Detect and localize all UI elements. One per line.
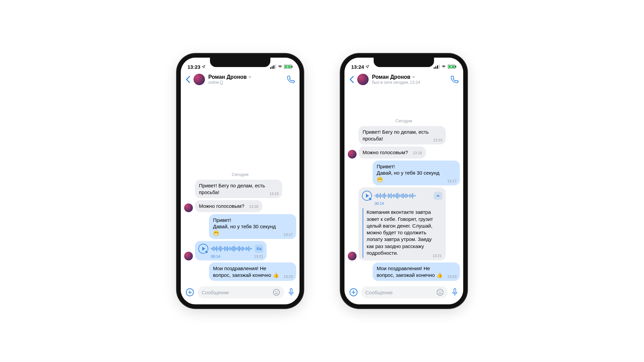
avatar[interactable] <box>184 252 193 260</box>
attach-button[interactable] <box>185 288 194 297</box>
chat-title-block[interactable]: Роман Дронов online <box>208 74 283 85</box>
message-time: 13:16 <box>413 151 422 155</box>
call-button[interactable] <box>287 75 295 83</box>
svg-point-12 <box>277 291 277 292</box>
chat-contact-status: был в сети сегодня, 13:24 <box>372 80 420 85</box>
message-time: 13:17 <box>447 179 457 183</box>
input-bar: Сообщение <box>344 283 463 304</box>
message-bubble-outgoing[interactable]: Привет! Давай, но у тебя 30 секунд 😁 13:… <box>209 214 296 239</box>
chevron-down-icon <box>248 75 252 79</box>
svg-rect-0 <box>270 67 271 69</box>
message-text: Мои поздравления! Не вопрос, заезжай кон… <box>377 265 456 278</box>
date-separator: Сегодня <box>184 172 296 177</box>
voice-collapse-button[interactable] <box>434 192 442 200</box>
message-text: Можно голосовым? <box>199 203 245 209</box>
svg-rect-14 <box>434 67 435 69</box>
avatar[interactable] <box>357 74 369 85</box>
message-time: 13:16 <box>249 204 259 208</box>
waveform[interactable] <box>211 245 252 252</box>
message-time: 13:21 <box>432 254 442 258</box>
play-button[interactable] <box>198 244 208 254</box>
back-button[interactable] <box>185 76 190 83</box>
message-row: Мои поздравления! Не вопрос, заезжай кон… <box>184 262 296 281</box>
battery-icon <box>448 65 457 69</box>
svg-rect-6 <box>292 66 292 68</box>
voice-duration: 00:14 <box>211 254 220 258</box>
emoji-icon[interactable] <box>436 289 444 296</box>
message-bubble-outgoing[interactable]: Мои поздравления! Не вопрос, заезжай кон… <box>209 262 296 281</box>
message-time: 13:15 <box>269 191 279 196</box>
voice-message-bubble[interactable]: Аа 00:14 13:21 <box>195 241 267 260</box>
phone-mockup-right: 13:24 Роман Дронов был в сети сегодня <box>340 54 467 308</box>
message-row: 00:14 Компания вконтакте завтра зовет к … <box>348 187 460 260</box>
signal-icon <box>270 65 276 69</box>
voice-message-bubble-expanded[interactable]: 00:14 Компания вконтакте завтра зовет к … <box>359 187 446 260</box>
back-button[interactable] <box>349 76 354 83</box>
wifi-icon <box>277 65 283 69</box>
attach-button[interactable] <box>349 288 358 297</box>
svg-rect-1 <box>272 66 273 69</box>
message-bubble-incoming[interactable]: Можно голосовым? 13:16 <box>195 200 262 212</box>
svg-point-22 <box>437 289 443 295</box>
battery-icon <box>284 65 293 69</box>
phone-notch <box>374 58 434 67</box>
voice-record-button[interactable] <box>451 288 459 297</box>
chat-contact-name: Роман Дронов <box>372 74 411 80</box>
svg-rect-20 <box>455 66 456 68</box>
message-row: Аа 00:14 13:21 <box>184 241 296 260</box>
input-placeholder: Сообщение <box>202 290 229 295</box>
message-list[interactable]: Сегодня Привет! Бегу по делам, есть прос… <box>344 88 463 283</box>
message-row: Можно голосовым? 13:16 <box>348 146 460 159</box>
phone-mockup-left: 13:23 Роман Дронов online <box>177 54 304 308</box>
voice-record-button[interactable] <box>287 288 295 297</box>
avatar[interactable] <box>184 203 193 212</box>
mobile-icon <box>220 81 223 84</box>
signal-icon <box>434 65 440 69</box>
message-time: 13:23 <box>447 274 457 279</box>
message-row: Привет! Давай, но у тебя 30 секунд 😁 13:… <box>184 214 296 239</box>
message-bubble-outgoing[interactable]: Привет! Давай, но у тебя 30 секунд 😁 13:… <box>373 161 460 186</box>
waveform[interactable] <box>375 192 431 199</box>
svg-rect-25 <box>454 289 456 293</box>
message-row: Привет! Бегу по делам, есть просьба! 13:… <box>184 180 296 198</box>
svg-rect-16 <box>437 65 438 69</box>
svg-rect-13 <box>290 289 292 293</box>
message-bubble-outgoing[interactable]: Мои поздравления! Не вопрос, заезжай кон… <box>373 262 460 281</box>
message-text: Привет! Бегу по делам, есть просьба! <box>363 129 442 142</box>
avatar[interactable] <box>348 150 357 159</box>
svg-point-8 <box>221 83 221 84</box>
svg-point-23 <box>439 291 439 292</box>
date-separator: Сегодня <box>348 118 460 123</box>
voice-transcribe-button[interactable]: Аа <box>255 245 263 253</box>
message-bubble-incoming[interactable]: Привет! Бегу по делам, есть просьба! 13:… <box>195 180 282 198</box>
message-bubble-incoming[interactable]: Привет! Бегу по делам, есть просьба! 13:… <box>359 126 446 144</box>
avatar[interactable] <box>194 74 205 85</box>
chat-header: Роман Дронов online <box>181 71 300 88</box>
chevron-up-icon <box>436 194 440 198</box>
message-input[interactable]: Сообщение <box>361 286 448 298</box>
play-button[interactable] <box>362 191 372 201</box>
message-text: Привет! Давай, но у тебя 30 секунд 😁 <box>377 163 456 183</box>
message-text: Привет! Давай, но у тебя 30 секунд 😁 <box>213 217 292 237</box>
message-input[interactable]: Сообщение <box>198 286 284 298</box>
svg-rect-2 <box>273 65 274 69</box>
message-text: Можно голосовым? <box>363 149 408 155</box>
avatar[interactable] <box>348 252 357 260</box>
svg-rect-3 <box>275 65 276 69</box>
message-list[interactable]: Сегодня Привет! Бегу по делам, есть прос… <box>181 88 300 283</box>
message-row: Можно голосовым? 13:16 <box>184 200 296 212</box>
location-arrow-icon <box>202 65 206 69</box>
call-button[interactable] <box>450 75 459 83</box>
emoji-icon[interactable] <box>273 289 280 296</box>
chat-title-block[interactable]: Роман Дронов был в сети сегодня, 13:24 <box>372 74 447 85</box>
message-time: 13:23 <box>283 274 293 279</box>
chevron-down-icon <box>412 75 415 79</box>
message-row: Привет! Бегу по делам, есть просьба! 13:… <box>348 126 460 144</box>
message-time: 13:17 <box>283 232 293 237</box>
input-bar: Сообщение <box>181 283 300 304</box>
message-text: Мои поздравления! Не вопрос, заезжай кон… <box>213 265 292 278</box>
message-bubble-incoming[interactable]: Можно голосовым? 13:16 <box>359 146 426 159</box>
message-time: 13:15 <box>433 138 442 142</box>
chat-header: Роман Дронов был в сети сегодня, 13:24 <box>344 71 463 88</box>
phone-notch <box>210 58 270 67</box>
